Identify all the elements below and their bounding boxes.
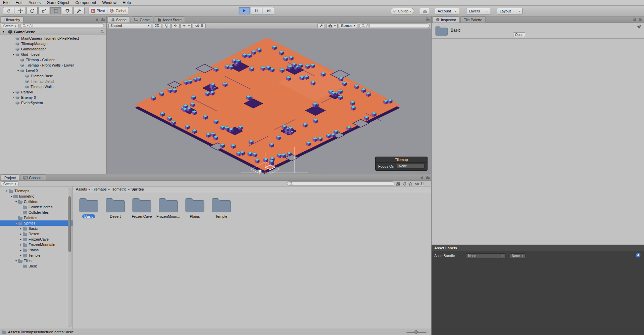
tab-hierarchy[interactable]: Hierarchy xyxy=(1,16,23,23)
gizmos-dropdown[interactable]: Gizmos ▾ xyxy=(339,23,357,28)
project-folder-temple[interactable]: ▸Temple xyxy=(0,253,72,258)
hierarchy-item-tilemap-detail[interactable]: Tilemap Detail xyxy=(0,79,106,84)
lock-icon[interactable] xyxy=(420,175,424,179)
favorites-star-icon[interactable] xyxy=(408,182,412,186)
rect-transform-tool-button[interactable] xyxy=(62,7,73,14)
collab-button[interactable]: Collab ▾ xyxy=(391,8,414,14)
global-toggle-button[interactable]: Global xyxy=(107,7,129,14)
tab-asset-store[interactable]: Asset Store xyxy=(154,16,185,23)
menu-assets[interactable]: Assets xyxy=(26,0,44,6)
project-folder-plains[interactable]: ▸Plains xyxy=(0,247,72,253)
rotate-tool-button[interactable] xyxy=(27,7,38,14)
expand-arrow-icon[interactable]: ▸ xyxy=(19,227,23,230)
collapse-arrow-icon[interactable]: ▾ xyxy=(16,69,20,72)
account-dropdown[interactable]: Account ▾ xyxy=(435,8,459,14)
tab-game[interactable]: Game xyxy=(131,16,153,23)
project-folder-basic[interactable]: ▸Basic xyxy=(0,226,72,231)
folder-tile-frozencave[interactable]: FrozenCave xyxy=(129,197,155,218)
pivot-toggle-button[interactable]: Pivot xyxy=(89,7,107,14)
project-search-input[interactable] xyxy=(287,181,394,186)
editor-tools-button[interactable] xyxy=(317,23,325,28)
shading-mode-dropdown[interactable]: Shaded ▾ xyxy=(108,23,151,28)
folder-tile-frozenmoun[interactable]: FrozenMoun... xyxy=(155,197,181,218)
scene-menu-icon[interactable] xyxy=(100,30,104,34)
scene-camera-dropdown[interactable]: ▾ xyxy=(326,23,338,28)
hierarchy-item-tilemapmanager[interactable]: TilemapManager xyxy=(0,41,106,46)
step-button[interactable] xyxy=(263,7,274,14)
play-button[interactable] xyxy=(239,7,250,14)
expand-arrow-icon[interactable]: ▸ xyxy=(11,91,15,94)
scene-effects-dropdown[interactable]: ▾ xyxy=(180,23,192,28)
folder-tile-temple[interactable]: Temple xyxy=(208,197,234,218)
tab-scene[interactable]: Scene xyxy=(108,16,130,23)
folder-tile-plains[interactable]: Plains xyxy=(182,197,208,218)
menu-edit[interactable]: Edit xyxy=(12,0,26,6)
scrollbar-thumb[interactable] xyxy=(68,196,71,252)
pane-menu-icon[interactable] xyxy=(639,18,643,21)
project-tree-scrollbar[interactable] xyxy=(68,188,71,327)
breadcrumb-tilemaps[interactable]: Tilemaps xyxy=(92,187,107,191)
breadcrumb-sprites[interactable]: Sprites xyxy=(131,187,144,191)
rect-tool-button[interactable] xyxy=(50,7,61,14)
expand-arrow-icon[interactable]: ▸ xyxy=(19,254,23,257)
hidden-packages-button[interactable]: 11 xyxy=(415,182,424,186)
collapse-arrow-icon[interactable]: ▾ xyxy=(14,259,18,262)
project-create-button[interactable]: Create ▾ xyxy=(1,181,18,186)
scale-tool-button[interactable] xyxy=(38,7,49,14)
collapse-arrow-icon[interactable]: ▾ xyxy=(3,30,7,33)
project-folder-sprites[interactable]: ▾Sprites xyxy=(0,220,72,226)
project-folder-frozenmountain[interactable]: ▸FrozenMountain xyxy=(0,242,72,247)
hierarchy-search-input[interactable]: ▾ All xyxy=(20,24,104,28)
2d-toggle-button[interactable]: 2D xyxy=(153,23,161,28)
search-by-type-icon[interactable] xyxy=(396,182,400,186)
scene-search-input[interactable]: All xyxy=(359,24,430,28)
hierarchy-item-party-0[interactable]: ▸Party-0 xyxy=(0,89,106,95)
folder-tile-desert[interactable]: Desert xyxy=(102,197,128,218)
pause-button[interactable] xyxy=(251,7,262,14)
collapse-arrow-icon[interactable]: ▾ xyxy=(14,222,18,225)
menu-help[interactable]: Help xyxy=(119,0,134,6)
folder-tile-basic[interactable]: Basic xyxy=(76,197,102,218)
project-folder-collidersprites[interactable]: ColliderSprites xyxy=(0,204,72,210)
lock-icon[interactable] xyxy=(95,17,99,22)
assetbundle-name-dropdown[interactable]: None ↕ xyxy=(466,253,505,258)
tab-tile-palette[interactable]: Tile Palette xyxy=(460,16,486,23)
pane-menu-icon[interactable] xyxy=(101,18,105,21)
hierarchy-item-tilemap-walls[interactable]: Tilemap Walls xyxy=(0,84,106,89)
hierarchy-item-tilemap-front-walls-lower[interactable]: Tilemap - Front Walls - Lower xyxy=(0,62,106,68)
pane-menu-icon[interactable] xyxy=(426,176,430,179)
project-folder-palettes[interactable]: Palettes xyxy=(0,215,72,220)
breadcrumb-isometric[interactable]: Isometric xyxy=(111,187,127,191)
open-button[interactable]: Open xyxy=(513,32,525,37)
hierarchy-item-enemy-0[interactable]: ▸Enemy-0 xyxy=(0,95,106,100)
project-folder-tilemaps[interactable]: ▾Tilemaps xyxy=(0,188,72,194)
cloud-button[interactable] xyxy=(420,8,430,14)
project-folder-desert[interactable]: ▸Desert xyxy=(0,231,72,237)
custom-tool-button[interactable] xyxy=(73,7,85,14)
collapse-arrow-icon[interactable]: ▾ xyxy=(11,53,15,56)
hierarchy-item-maincamera-isometricpixelperfect[interactable]: MainCamera_IsometricPixelPerfect xyxy=(0,36,106,41)
project-folder-colliders[interactable]: ▾Colliders xyxy=(0,199,72,204)
project-folder-isometric[interactable]: ▾Isometric xyxy=(0,194,72,199)
expand-arrow-icon[interactable]: ▸ xyxy=(19,243,23,246)
expand-arrow-icon[interactable]: ▸ xyxy=(19,249,23,252)
search-by-label-icon[interactable] xyxy=(402,182,406,186)
scene-lighting-toggle[interactable] xyxy=(163,23,171,28)
project-folder-tiles[interactable]: ▾Tiles xyxy=(0,258,72,263)
move-tool-button[interactable] xyxy=(15,7,26,14)
asset-labels-header[interactable]: Asset Labels xyxy=(432,245,644,251)
hierarchy-item-tilemap-base[interactable]: Tilemap Base xyxy=(0,73,106,79)
hierarchy-item-gamemanager[interactable]: GameManager xyxy=(0,46,106,52)
menu-file[interactable]: File xyxy=(0,0,12,6)
menu-gameobject[interactable]: GameObject xyxy=(44,0,72,6)
menu-window[interactable]: Window xyxy=(99,0,119,6)
scene-canvas[interactable] xyxy=(107,29,431,174)
collapse-arrow-icon[interactable]: ▾ xyxy=(5,190,9,193)
tab-project[interactable]: Project xyxy=(1,174,19,180)
thumbnail-zoom-slider[interactable] xyxy=(406,332,427,333)
expand-arrow-icon[interactable]: ▸ xyxy=(19,238,23,241)
expand-arrow-icon[interactable]: ▸ xyxy=(19,233,23,236)
breadcrumb-assets[interactable]: Assets xyxy=(76,187,87,191)
hierarchy-item-level-0[interactable]: ▾Level 0 xyxy=(0,68,106,73)
hierarchy-item-grid-level[interactable]: ▾Grid - Level xyxy=(0,52,106,57)
